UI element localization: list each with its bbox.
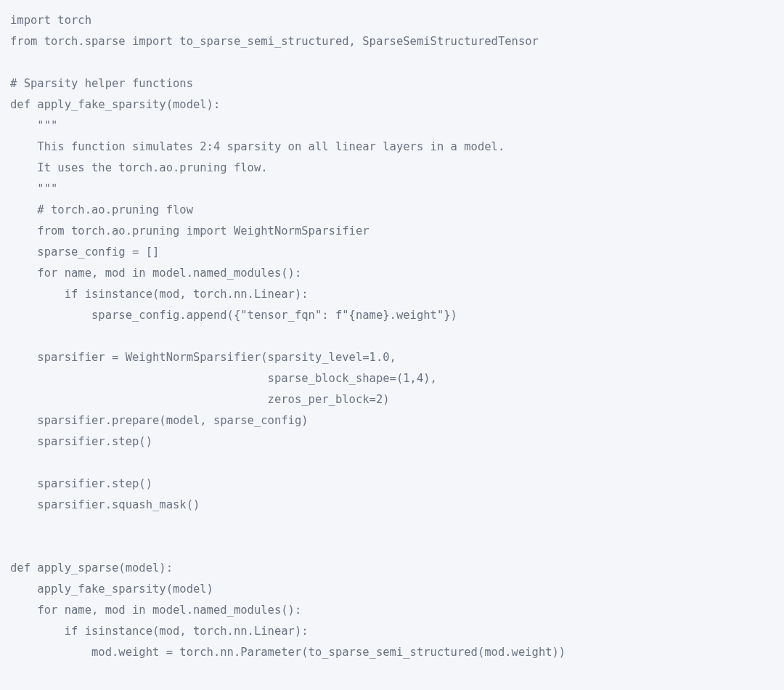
code-content: import torch from torch.sparse import to… bbox=[10, 14, 565, 659]
code-block: import torch from torch.sparse import to… bbox=[0, 0, 784, 673]
